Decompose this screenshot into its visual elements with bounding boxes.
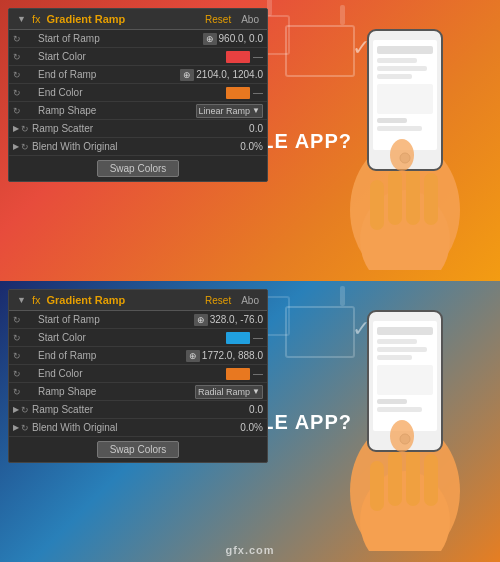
row-icon-7-top: ↻ xyxy=(21,142,29,152)
phone-scene-bottom xyxy=(340,291,470,551)
row-icon-1-top: ↻ xyxy=(13,34,21,44)
top-section: ✓ BILE APP? xyxy=(0,0,500,281)
row-icon-6-bottom: ↻ xyxy=(21,405,29,415)
row-icon-7-bottom: ↻ xyxy=(21,423,29,433)
start-of-ramp-icon-top[interactable]: ⊕ xyxy=(203,33,217,45)
svg-rect-9 xyxy=(377,58,417,63)
end-of-ramp-label-top: End of Ramp xyxy=(24,69,180,80)
ramp-shape-row-top: ↻ Ramp Shape Linear Ramp ▼ xyxy=(9,102,267,120)
start-of-ramp-label-top: Start of Ramp xyxy=(24,33,203,44)
row-icon-4-bottom: ↻ xyxy=(13,369,21,379)
swap-colors-button-top[interactable]: Swap Colors xyxy=(97,160,180,177)
start-color-row-top: ↻ Start Color — xyxy=(9,48,267,66)
svg-rect-14 xyxy=(377,126,422,131)
panel-fx-label-top: fx xyxy=(32,13,41,25)
end-color-label-top: End Color xyxy=(24,87,226,98)
svg-rect-19 xyxy=(370,461,384,511)
svg-point-33 xyxy=(390,420,414,452)
panel-collapse-arrow-top[interactable]: ▼ xyxy=(17,14,26,24)
ramp-scatter-label-top: Ramp Scatter xyxy=(32,123,249,134)
start-of-ramp-value-bottom: 328.0, -76.0 xyxy=(210,314,263,325)
start-color-swatch-top[interactable] xyxy=(226,51,250,63)
panel-collapse-arrow-bottom[interactable]: ▼ xyxy=(17,295,26,305)
bottom-section: ✓ BILE APP? xyxy=(0,281,500,562)
ramp-scatter-value-top: 0.0 xyxy=(249,123,263,134)
start-of-ramp-icon-bottom[interactable]: ⊕ xyxy=(194,314,208,326)
panel-footer-bottom: Swap Colors xyxy=(9,437,267,462)
end-color-dash-top: — xyxy=(253,87,263,98)
start-of-ramp-row-top: ↻ Start of Ramp ⊕ 960.0, 0.0 xyxy=(9,30,267,48)
swap-colors-button-bottom[interactable]: Swap Colors xyxy=(97,441,180,458)
svg-rect-31 xyxy=(377,407,422,412)
svg-rect-8 xyxy=(377,46,433,54)
ramp-shape-label-bottom: Ramp Shape xyxy=(24,386,195,397)
row-icon-1-bottom: ↻ xyxy=(13,315,21,325)
end-color-row-top: ↻ End Color — xyxy=(9,84,267,102)
ramp-scatter-row-top: ▶ ↻ Ramp Scatter 0.0 xyxy=(9,120,267,138)
svg-rect-21 xyxy=(406,449,420,506)
start-of-ramp-row-bottom: ↻ Start of Ramp ⊕ 328.0, -76.0 xyxy=(9,311,267,329)
end-color-row-bottom: ↻ End Color — xyxy=(9,365,267,383)
row-icon-5-top: ↻ xyxy=(13,106,21,116)
start-of-ramp-label-bottom: Start of Ramp xyxy=(24,314,194,325)
start-of-ramp-value-top: 960.0, 0.0 xyxy=(219,33,263,44)
end-of-ramp-value-top: 2104.0, 1204.0 xyxy=(196,69,263,80)
svg-rect-2 xyxy=(370,180,384,230)
panel-reset-top[interactable]: Reset xyxy=(205,14,231,25)
blend-row-bottom: ▶ ↻ Blend With Original 0.0% xyxy=(9,419,267,437)
svg-rect-12 xyxy=(377,84,433,114)
blend-expand-bottom[interactable]: ▶ xyxy=(13,423,19,432)
start-color-dash-top: — xyxy=(253,51,263,62)
end-of-ramp-row-bottom: ↻ End of Ramp ⊕ 1772.0, 888.0 xyxy=(9,347,267,365)
ramp-scatter-expand-top[interactable]: ▶ xyxy=(13,124,19,133)
svg-rect-27 xyxy=(377,347,427,352)
svg-rect-11 xyxy=(377,74,412,79)
end-color-swatch-top[interactable] xyxy=(226,87,250,99)
top-panel: ▼ fx Gradient Ramp Reset Abo ↻ Start of … xyxy=(8,8,268,182)
svg-rect-13 xyxy=(377,118,407,123)
row-icon-5-bottom: ↻ xyxy=(13,387,21,397)
blend-expand-top[interactable]: ▶ xyxy=(13,142,19,151)
svg-rect-10 xyxy=(377,66,427,71)
panel-header-bottom: ▼ fx Gradient Ramp Reset Abo xyxy=(9,290,267,311)
start-color-row-bottom: ↻ Start Color — xyxy=(9,329,267,347)
ramp-shape-select-bottom[interactable]: Radial Ramp ▼ xyxy=(195,385,263,399)
end-color-swatch-bottom[interactable] xyxy=(226,368,250,380)
panel-reset-bottom[interactable]: Reset xyxy=(205,295,231,306)
ramp-shape-row-bottom: ↻ Ramp Shape Radial Ramp ▼ xyxy=(9,383,267,401)
blend-label-top: Blend With Original xyxy=(32,141,240,152)
end-color-dash-bottom: — xyxy=(253,368,263,379)
start-color-label-top: Start Color xyxy=(24,51,226,62)
blend-label-bottom: Blend With Original xyxy=(32,422,240,433)
start-color-dash-bottom: — xyxy=(253,332,263,343)
ramp-scatter-row-bottom: ▶ ↻ Ramp Scatter 0.0 xyxy=(9,401,267,419)
end-of-ramp-value-bottom: 1772.0, 888.0 xyxy=(202,350,263,361)
svg-rect-3 xyxy=(388,170,402,225)
svg-rect-30 xyxy=(377,399,407,404)
row-icon-4-top: ↻ xyxy=(13,88,21,98)
row-icon-3-bottom: ↻ xyxy=(13,351,21,361)
blend-value-top: 0.0% xyxy=(240,141,263,152)
ramp-scatter-expand-bottom[interactable]: ▶ xyxy=(13,405,19,414)
ramp-scatter-value-bottom: 0.0 xyxy=(249,404,263,415)
panel-header-top: ▼ fx Gradient Ramp Reset Abo xyxy=(9,9,267,30)
svg-rect-29 xyxy=(377,365,433,395)
panel-about-bottom[interactable]: Abo xyxy=(241,295,259,306)
start-color-swatch-bottom[interactable] xyxy=(226,332,250,344)
panel-about-top[interactable]: Abo xyxy=(241,14,259,25)
row-icon-2-bottom: ↻ xyxy=(13,333,21,343)
ramp-scatter-label-bottom: Ramp Scatter xyxy=(32,404,249,415)
watermark: gfx.com xyxy=(225,544,274,556)
start-color-label-bottom: Start Color xyxy=(24,332,226,343)
end-of-ramp-icon-top[interactable]: ⊕ xyxy=(180,69,194,81)
svg-point-16 xyxy=(390,139,414,171)
panel-title-top: Gradient Ramp xyxy=(46,13,199,25)
panel-title-bottom: Gradient Ramp xyxy=(46,294,199,306)
phone-scene-top xyxy=(340,10,470,270)
svg-rect-22 xyxy=(424,454,438,506)
ramp-shape-select-top[interactable]: Linear Ramp ▼ xyxy=(196,104,263,118)
ramp-shape-label-top: Ramp Shape xyxy=(24,105,196,116)
blend-row-top: ▶ ↻ Blend With Original 0.0% xyxy=(9,138,267,156)
end-of-ramp-label-bottom: End of Ramp xyxy=(24,350,186,361)
end-of-ramp-icon-bottom[interactable]: ⊕ xyxy=(186,350,200,362)
